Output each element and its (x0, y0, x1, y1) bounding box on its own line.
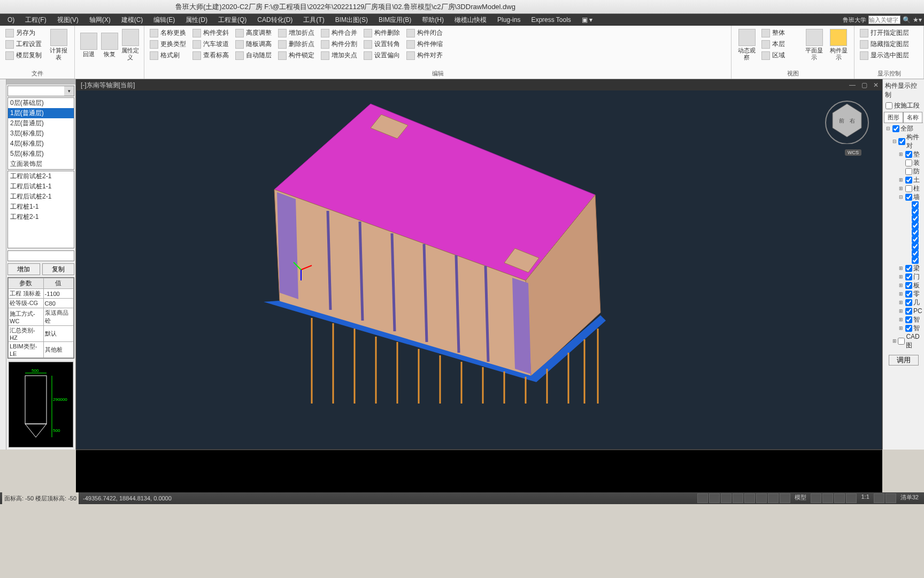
tree-item[interactable]: 工程前试桩2-1 (8, 171, 74, 181)
split-button[interactable]: 构件分割 (319, 39, 361, 49)
expand-icon[interactable]: ⊞ (899, 315, 904, 324)
tree-check[interactable] (905, 291, 912, 298)
redo-button[interactable]: 恢复 (99, 28, 120, 62)
floor-option-5[interactable]: 5层(标准层) (8, 149, 74, 159)
tree-check[interactable] (912, 208, 919, 215)
menu-edit[interactable]: 编辑(E) (148, 14, 180, 26)
scale-label[interactable]: 1:1 (858, 493, 872, 503)
comp-display-button[interactable]: 构件显示 (826, 28, 851, 62)
menu-bim-app[interactable]: BIM应用(B) (373, 14, 417, 26)
expand-icon[interactable]: ⊞ (892, 337, 897, 345)
status-icon[interactable] (709, 493, 720, 503)
tree-check[interactable] (905, 265, 912, 272)
tree-check[interactable] (912, 215, 919, 222)
tree-item[interactable]: 工程后试桩2-1 (8, 192, 74, 202)
maximize-icon[interactable]: ▢ (858, 80, 870, 90)
tree-check[interactable] (905, 316, 912, 323)
tree-check[interactable] (912, 201, 919, 208)
add-vertex-button[interactable]: 增加折点 (276, 28, 319, 38)
report-button[interactable]: 计算报表 (46, 28, 71, 62)
view-cube[interactable]: 前 右 (823, 96, 871, 144)
expand-icon[interactable]: ⊞ (899, 281, 904, 290)
keyword-search[interactable] (868, 16, 900, 24)
stretch-button[interactable]: 构件伸缩 (404, 39, 447, 49)
format-brush-button[interactable]: 格式刷 (148, 50, 190, 60)
set-corner-button[interactable]: 设置转角 (361, 39, 404, 49)
menu-project[interactable]: 工程(F) (20, 14, 51, 26)
stage-check[interactable] (886, 102, 892, 109)
status-icon[interactable] (697, 493, 708, 503)
status-icon[interactable] (721, 493, 732, 503)
menu-quantity[interactable]: 工程量(Q) (213, 14, 252, 26)
change-type-button[interactable]: 更换类型 (148, 39, 190, 49)
3d-viewport[interactable]: [-]东南等轴测[当前] — ▢ ✕ (76, 79, 882, 450)
tree-check[interactable] (905, 159, 912, 166)
save-as-button[interactable]: 另存为 (3, 28, 46, 38)
attr-def-button[interactable]: 属性定义 (120, 28, 141, 62)
rename-button[interactable]: 名称更换 (148, 28, 190, 38)
menu-help[interactable]: 帮助(H) (417, 14, 449, 26)
tree-check[interactable] (912, 229, 919, 236)
tree-check[interactable] (905, 177, 912, 184)
status-icon[interactable] (768, 493, 779, 503)
this-floor-button[interactable]: 本层 (759, 39, 802, 49)
status-icon[interactable] (733, 493, 743, 503)
tree-check[interactable] (912, 257, 919, 264)
tree-check[interactable] (912, 222, 919, 229)
status-icon[interactable] (811, 493, 821, 503)
expand-icon[interactable]: ⊞ (899, 307, 904, 315)
menu-o[interactable]: O) (2, 15, 20, 25)
show-layer-button[interactable]: 显示选中图层 (858, 50, 920, 60)
panel-grip[interactable] (6, 79, 75, 85)
status-icon[interactable] (874, 493, 884, 503)
apply-button[interactable]: 调用 (889, 355, 919, 366)
copy-button[interactable]: 复制 (42, 263, 75, 275)
floor-option-1[interactable]: 1层(普通层) (8, 108, 74, 118)
tree-check[interactable] (905, 282, 912, 289)
pile-tree[interactable]: 工程前试桩2-1 工程后试桩1-1 工程后试桩2-1 工程桩1-1 工程桩2-1 (7, 171, 74, 248)
tree-check[interactable] (905, 325, 912, 332)
ramp-button[interactable]: 汽车坡道 (190, 39, 233, 49)
tree-check[interactable] (905, 185, 912, 192)
menu-model[interactable]: 建模(C) (116, 14, 149, 26)
menu-plugins[interactable]: Plug-ins (492, 15, 526, 25)
floor-option-0[interactable]: 0层(基础层) (8, 98, 74, 108)
star-icon[interactable]: ★▾ (913, 16, 922, 24)
open-layer-button[interactable]: 打开指定图层 (858, 28, 920, 38)
menu-view[interactable]: 视图(V) (52, 14, 84, 26)
view-height-button[interactable]: 查看标高 (190, 50, 233, 60)
add-grip-button[interactable]: 增加夹点 (319, 50, 361, 60)
flat-view-button[interactable]: 平面显示 (802, 28, 827, 62)
model-label[interactable]: 模型 (791, 493, 810, 503)
list-label[interactable]: 清单32 (897, 493, 922, 503)
orbit-button[interactable]: 动态观察 (735, 28, 759, 62)
university-label[interactable]: 鲁班大学 (843, 16, 866, 24)
adjust-height-button[interactable]: 高度调整 (233, 28, 276, 38)
expand-icon[interactable]: ⊞ (899, 264, 904, 272)
expand-icon[interactable]: ⊞ (899, 176, 904, 184)
expand-icon[interactable]: ⊞ (899, 150, 904, 158)
tree-check[interactable] (912, 243, 919, 250)
menu-olive[interactable]: 橄榄山快模 (449, 14, 492, 26)
close-comp-button[interactable]: 构件闭合 (404, 28, 447, 38)
menu-attr[interactable]: 属性(D) (180, 14, 213, 26)
slab-height-button[interactable]: 随板调高 (233, 39, 276, 49)
filter-input[interactable] (7, 250, 74, 261)
project-settings-button[interactable]: 工程设置 (3, 39, 46, 49)
auto-floor-button[interactable]: 自动随层 (233, 50, 276, 60)
expand-icon[interactable]: ⊟ (899, 193, 904, 201)
viewport-label[interactable]: [-]东南等轴测[当前] (81, 80, 135, 90)
menu-express[interactable]: Express Tools (526, 15, 576, 25)
expand-icon[interactable]: ⊟ (886, 124, 891, 133)
expand-icon[interactable]: ⊞ (899, 298, 904, 307)
floor-combo[interactable]: ▾ (7, 86, 74, 96)
tree-item[interactable]: 工程后试桩1-1 (8, 181, 74, 192)
floor-option-3[interactable]: 3层(标准层) (8, 128, 74, 139)
align-button[interactable]: 构件对齐 (404, 50, 447, 60)
tree-check[interactable] (912, 236, 919, 243)
set-offset-button[interactable]: 设置偏向 (361, 50, 404, 60)
menu-axis[interactable]: 轴网(X) (84, 14, 116, 26)
tab-name[interactable]: 名称 (903, 112, 922, 123)
expand-icon[interactable]: ⊞ (899, 324, 904, 332)
expand-icon[interactable]: ⊞ (899, 290, 904, 298)
